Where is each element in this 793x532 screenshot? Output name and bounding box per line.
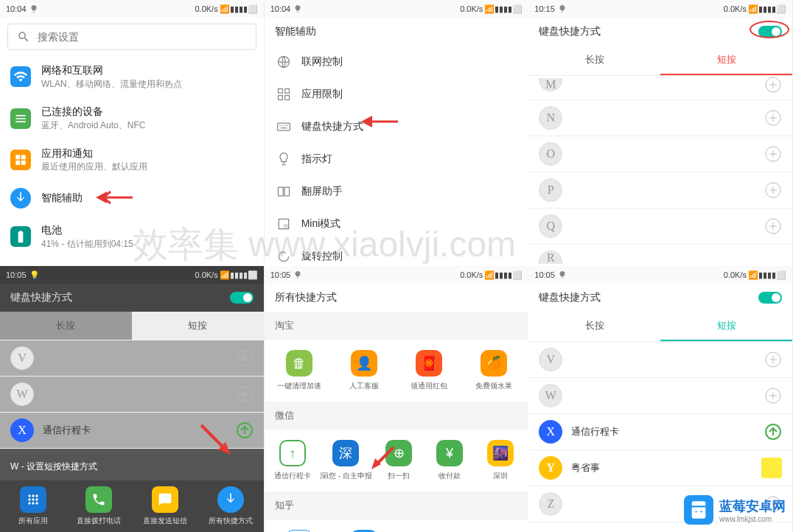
plus-icon[interactable]: [764, 387, 782, 405]
key-letter: V: [10, 346, 34, 370]
sheet-all-apps[interactable]: 所有应用: [0, 486, 66, 526]
panel-keys-final: 10:05 0.0K/s📶▮▮▮▮⬜ 键盘快捷方式 长按 短按 V W X通信行…: [528, 266, 793, 532]
sc-travel-card[interactable]: ↑通信行程卡: [268, 435, 318, 486]
menu-network-control[interactable]: 联网控制: [265, 46, 529, 78]
key-row[interactable]: N: [528, 100, 792, 136]
plus-icon[interactable]: [764, 76, 782, 94]
toggle-switch[interactable]: [758, 26, 782, 38]
key-row[interactable]: P: [528, 172, 792, 209]
sc-fruit[interactable]: 🍊免费领水果: [461, 346, 526, 396]
tabs: 长按 短按: [528, 46, 792, 76]
plus-icon[interactable]: [764, 145, 782, 163]
key-row-v[interactable]: V: [528, 342, 792, 378]
app-icon[interactable]: [761, 458, 782, 478]
hand-icon: [13, 191, 28, 206]
setting-network[interactable]: 网络和互联网WLAN、移动网络、流量使用和热点: [0, 56, 264, 97]
menu-rotation[interactable]: 旋转控制: [265, 240, 529, 266]
menu-flip-helper[interactable]: 翻屏助手: [265, 175, 529, 208]
svg-point-22: [32, 498, 34, 500]
battery-icon: [13, 229, 28, 244]
key-row[interactable]: O: [528, 136, 792, 172]
setting-assist[interactable]: 智能辅助: [0, 181, 264, 216]
search-input[interactable]: [38, 31, 247, 43]
setting-connected[interactable]: 已连接的设备蓝牙、Android Auto、NFC: [0, 97, 264, 139]
devices-icon: [13, 111, 28, 126]
svg-point-26: [35, 502, 38, 504]
site-logo: 蓝莓安卓网www.lmkjst.com: [684, 495, 786, 525]
status-bar: 10:04 0.0K/s📶▮▮▮▮⬜: [265, 0, 529, 18]
key-letter: Q: [539, 214, 562, 238]
sc-pay[interactable]: ¥收付款: [425, 435, 475, 486]
svg-rect-2: [284, 89, 289, 94]
status-bar: 10:15 0.0K/s📶▮▮▮▮⬜: [528, 0, 792, 18]
section-wechat: 微信: [265, 402, 529, 430]
menu-keyboard-shortcut[interactable]: 键盘快捷方式: [265, 111, 529, 143]
key-row-x[interactable]: X通信行程卡: [528, 414, 792, 450]
arrow-annotation: [368, 444, 397, 473]
tab-long-press[interactable]: 长按: [528, 312, 660, 341]
key-row[interactable]: R: [528, 245, 792, 266]
panel-settings-main: 10:04 0.0K/s📶▮▮▮▮⬜ 网络和互联网WLAN、移动网络、流量使用和…: [0, 0, 265, 266]
page-header: 智能辅助: [265, 18, 529, 46]
sc-sheni[interactable]: 深深i您 - 自主申报: [318, 435, 374, 486]
status-bar: 10:05💡 0.0K/s📶▮▮▮▮⬜: [0, 266, 264, 284]
sc-service[interactable]: 👤人工客服: [332, 346, 396, 396]
plus-icon[interactable]: [236, 385, 254, 403]
sheet-sms[interactable]: 直接发送短信: [132, 486, 198, 526]
lightbulb-icon: [293, 4, 302, 13]
up-icon[interactable]: [764, 423, 782, 441]
sc-zhihu-1[interactable]: ⊟: [268, 525, 332, 532]
key-row[interactable]: V: [0, 340, 264, 377]
search-box[interactable]: [7, 24, 256, 50]
plus-icon[interactable]: [236, 349, 254, 367]
sc-shenzhen[interactable]: 🌆深圳: [475, 435, 525, 486]
key-letter: W: [10, 382, 34, 406]
svg-rect-4: [284, 96, 289, 100]
key-row-w[interactable]: W: [528, 378, 792, 414]
key-letter: N: [539, 106, 562, 130]
plus-icon[interactable]: [764, 351, 782, 368]
svg-point-18: [28, 494, 30, 497]
key-letter: Y: [539, 456, 562, 480]
key-letter: V: [539, 348, 562, 371]
tab-short-press[interactable]: 短按: [132, 312, 264, 340]
key-row[interactable]: W: [0, 377, 264, 413]
sc-clean[interactable]: 🗑一键清理加速: [268, 346, 332, 396]
page-header: 键盘快捷方式: [0, 284, 264, 312]
grid-icon: [26, 492, 41, 507]
svg-point-20: [35, 494, 38, 497]
arrow-annotation: [198, 421, 234, 458]
sc-zhihu-2[interactable]: 🔍: [332, 525, 396, 532]
keyboard-icon: [276, 119, 291, 134]
lightbulb-icon: [558, 270, 567, 279]
tab-short-press[interactable]: 短按: [660, 46, 792, 75]
toggle-switch[interactable]: [758, 292, 782, 304]
key-row-y[interactable]: Y粤省事: [528, 450, 792, 486]
key-row[interactable]: M: [528, 76, 792, 100]
key-letter: X: [10, 419, 34, 442]
key-letter: M: [539, 78, 562, 91]
tab-long-press[interactable]: 长按: [0, 312, 132, 340]
sheet-call[interactable]: 直接拨打电话: [66, 486, 131, 526]
page-header: 键盘快捷方式: [528, 284, 792, 312]
shortcut-row: 🗑一键清理加速 👤人工客服 🧧领通用红包 🍊免费领水果: [265, 340, 529, 402]
plus-icon[interactable]: [764, 217, 782, 235]
lightbulb-icon: [293, 270, 302, 279]
up-icon[interactable]: [236, 421, 254, 439]
menu-mini-mode[interactable]: Mini模式: [265, 208, 529, 240]
status-bar: 10:05 0.0K/s📶▮▮▮▮⬜: [265, 266, 529, 284]
toggle-switch[interactable]: [230, 292, 254, 304]
plus-icon[interactable]: [764, 109, 782, 127]
tab-short-press[interactable]: 短按: [660, 312, 792, 341]
item-title: 网络和互联网: [41, 63, 254, 78]
plus-icon[interactable]: [764, 181, 782, 199]
menu-app-limit[interactable]: 应用限制: [265, 78, 529, 111]
sc-hongbao[interactable]: 🧧领通用红包: [396, 346, 461, 396]
setting-battery[interactable]: 电池41% - 估计能用到04:15: [0, 216, 264, 257]
key-row[interactable]: Q: [528, 209, 792, 245]
sheet-all-shortcuts[interactable]: 所有快捷方式: [198, 486, 263, 526]
page-header: 所有快捷方式: [265, 284, 529, 312]
setting-apps[interactable]: 应用和通知最近使用的应用、默认应用: [0, 139, 264, 181]
menu-indicator[interactable]: 指示灯: [265, 143, 529, 175]
tab-long-press[interactable]: 长按: [528, 46, 660, 75]
